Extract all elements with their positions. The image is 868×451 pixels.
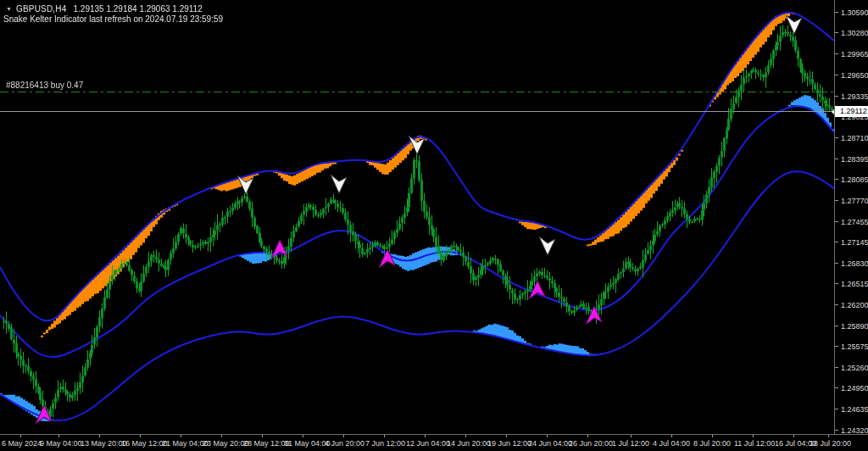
indicator-status-label: Snake Kelter Indicator last refresh on 2… bbox=[3, 14, 223, 24]
time-tick-mark bbox=[58, 435, 59, 437]
time-tick-label: 26 Jun 20:00 bbox=[569, 439, 613, 448]
current-price-badge: 1.29112 bbox=[835, 106, 868, 117]
time-tick-label: 21 May 04:00 bbox=[162, 439, 209, 448]
time-tick-label: 18 Jul 20:00 bbox=[810, 439, 851, 448]
time-tick-label: 7 Jun 12:00 bbox=[365, 439, 405, 448]
time-tick-label: 6 May 2024 bbox=[2, 439, 42, 448]
time-tick-mark bbox=[793, 435, 794, 437]
time-tick-mark bbox=[20, 435, 21, 437]
time-tick-label: 4 Jul 04:00 bbox=[653, 439, 690, 448]
time-tick-mark bbox=[262, 435, 263, 437]
time-tick-label: 28 May 12:00 bbox=[243, 439, 290, 448]
time-tick-mark bbox=[425, 435, 426, 437]
price-axis[interactable]: 1.29112 1.305901.302801.299651.296501.29… bbox=[834, 0, 868, 434]
time-tick-label: 31 May 04:00 bbox=[284, 439, 331, 448]
time-tick-label: 9 May 04:00 bbox=[40, 439, 82, 448]
time-tick-mark bbox=[181, 435, 181, 437]
time-tick-mark bbox=[712, 435, 713, 437]
open-trade-label[interactable]: #88216413 buy 0.47 bbox=[6, 81, 83, 90]
time-tick-mark bbox=[631, 435, 632, 437]
time-tick-label: 4 Jun 20:00 bbox=[325, 439, 364, 448]
time-tick-label: 8 Jul 20:00 bbox=[693, 439, 731, 448]
chevron-down-icon[interactable]: ▼ bbox=[6, 6, 12, 12]
time-tick-mark bbox=[753, 435, 754, 437]
time-tick-label: 23 May 20:00 bbox=[203, 439, 249, 448]
ohlc-values-label: 1.29135 1.29184 1.29063 1.29112 bbox=[74, 4, 203, 14]
time-axis[interactable]: 6 May 20249 May 04:0013 May 20:0016 May … bbox=[0, 434, 868, 451]
mt4-chart-window: ▼GBPUSD,H41.29135 1.29184 1.29063 1.2911… bbox=[0, 0, 868, 451]
time-tick-mark bbox=[828, 435, 829, 437]
time-tick-label: 16 May 12:00 bbox=[121, 439, 168, 448]
time-tick-label: 12 Jun 04:00 bbox=[406, 439, 450, 448]
time-tick-label: 13 May 20:00 bbox=[81, 439, 127, 448]
symbol-timeframe-label: GBPUSD,H4 bbox=[16, 4, 67, 14]
time-tick-mark bbox=[506, 435, 507, 437]
time-tick-mark bbox=[99, 435, 100, 437]
time-tick-label: 14 Jun 20:00 bbox=[447, 439, 491, 448]
time-tick-mark bbox=[221, 435, 222, 437]
time-tick-mark bbox=[343, 435, 344, 437]
chart-header: ▼GBPUSD,H41.29135 1.29184 1.29063 1.2911… bbox=[6, 4, 203, 14]
price-chart-canvas[interactable] bbox=[0, 0, 834, 433]
time-tick-mark bbox=[587, 435, 588, 437]
time-tick-mark bbox=[465, 435, 466, 437]
time-tick-mark bbox=[303, 435, 303, 437]
time-tick-label: 19 Jun 12:00 bbox=[487, 439, 531, 448]
time-tick-label: 24 Jun 04:00 bbox=[528, 439, 572, 448]
time-tick-label: 11 Jul 12:00 bbox=[734, 439, 775, 448]
time-tick-mark bbox=[547, 435, 548, 437]
time-tick-mark bbox=[384, 435, 385, 437]
time-tick-mark bbox=[671, 435, 672, 437]
time-tick-label: 1 Jul 12:00 bbox=[612, 439, 649, 448]
time-tick-mark bbox=[140, 435, 141, 437]
